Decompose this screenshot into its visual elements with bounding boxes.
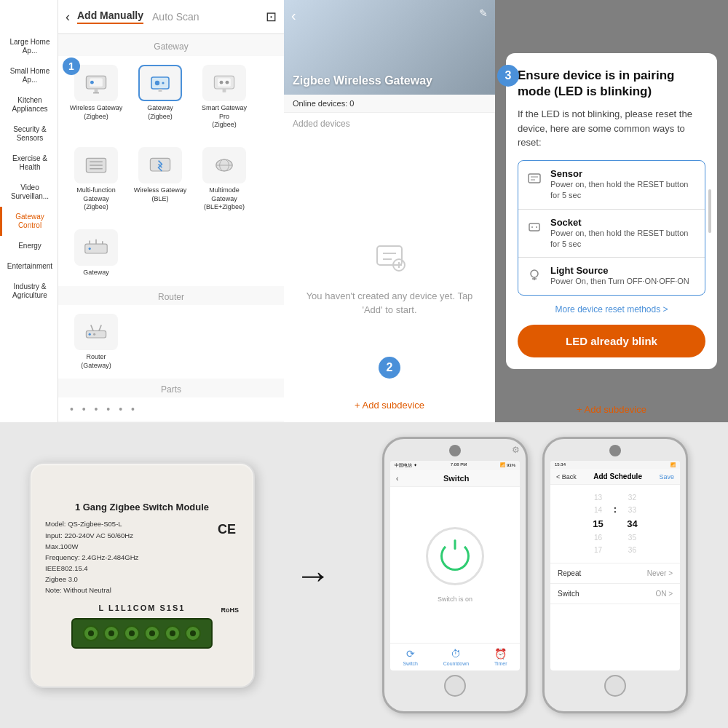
device-wireless-gateway-ble[interactable]: Wireless Gateway(BLE): [128, 141, 192, 218]
sidebar-item-energy[interactable]: Energy: [0, 236, 58, 256]
sidebar-item-entertainment[interactable]: Entertain­ment: [0, 256, 58, 277]
time-min-36: 36: [625, 545, 639, 555]
reset-item-socket: Socket Power on, then hold the RESET but…: [518, 210, 705, 258]
phones-section: 中国电信 ✦ 7:08 PM 📶 93% ‹ Switch ⚙ Switch i…: [342, 422, 728, 728]
svg-point-26: [89, 248, 91, 250]
phone2-status-bar: 15:34 📶: [550, 461, 680, 469]
time-min-34[interactable]: 34: [624, 517, 640, 531]
device-preview-panel: ‹ ✎ Zigbee Wireless Gateway Online devic…: [284, 0, 495, 422]
time-hour-15[interactable]: 15: [590, 517, 606, 531]
gateway-device-grid-row1: 1 Wireless Gateway(Zigbee): [58, 56, 284, 138]
phone1-tab-switch[interactable]: ⟳ Switch: [403, 648, 418, 666]
device-icon-wireless-gateway: [74, 65, 118, 101]
svg-rect-4: [93, 92, 99, 94]
device-box-specs: Model: QS-Zigbee-S05-L Input: 220-240V A…: [45, 518, 239, 596]
tab-add-manually[interactable]: Add Manually: [77, 9, 143, 24]
sidebar-item-small-home[interactable]: Small Home Ap...: [0, 61, 58, 90]
svg-point-30: [89, 333, 91, 335]
schedule-save-button[interactable]: Save: [659, 473, 674, 480]
more-reset-methods-link[interactable]: More device reset methods >: [518, 304, 705, 314]
repeat-row[interactable]: Repeat Never >: [550, 563, 680, 584]
svg-rect-22: [85, 244, 107, 253]
repeat-label: Repeat: [558, 569, 581, 577]
terminal-5: [165, 625, 181, 641]
device-name-ble-gateway: Wireless Gateway(BLE): [134, 186, 187, 203]
preview-edit-button[interactable]: ✎: [479, 7, 488, 19]
add-subdevice-bottom-button[interactable]: + Add subdevice: [577, 404, 646, 415]
phone2-signal: 📶: [670, 462, 676, 467]
gateway-section-label: Gateway: [58, 34, 284, 56]
phone2-home-button[interactable]: [604, 675, 626, 697]
switch-row[interactable]: Switch ON >: [550, 584, 680, 604]
scan-icon[interactable]: ⊡: [266, 9, 277, 25]
svg-rect-32: [377, 246, 402, 265]
add-subdevice-button[interactable]: + Add subdevice: [355, 400, 424, 411]
device-name-smart-gateway-pro: Smart GatewayPro(Zigbee): [202, 104, 247, 130]
reset-socket-title: Socket: [550, 217, 697, 228]
timer-tab-icon: ⏰: [494, 648, 507, 660]
timer-tab-label: Timer: [494, 661, 507, 666]
parts-section-label: Parts: [58, 379, 284, 397]
led-already-blink-button[interactable]: LED already blink: [518, 325, 705, 357]
svg-rect-8: [159, 89, 162, 92]
device-multimode-gateway[interactable]: MultimodeGateway(BLE+Zigbee): [192, 141, 256, 218]
terminal-2: [103, 625, 119, 641]
svg-point-12: [226, 81, 229, 84]
phone1-tab-countdown[interactable]: ⏱ Countdown: [443, 648, 469, 666]
phone1-tab-timer[interactable]: ⏰ Timer: [494, 648, 507, 666]
phone1-battery: 📶 93%: [500, 462, 515, 469]
power-button[interactable]: [426, 527, 484, 585]
device-gateway-zigbee[interactable]: Gateway(Zigbee): [128, 59, 192, 135]
time-hours-column: 13 14 15 16 17: [590, 492, 606, 555]
device-gateway-simple[interactable]: Gateway: [64, 223, 128, 283]
device-name-multimode: MultimodeGateway(BLE+Zigbee): [204, 186, 245, 212]
device-smart-gateway-pro[interactable]: Smart GatewayPro(Zigbee): [192, 59, 256, 135]
category-sidebar: Large Home Ap... Small Home Ap... Kitche…: [0, 0, 58, 422]
device-multifunction-gateway[interactable]: Multi-functionGateway(Zigbee): [64, 141, 128, 218]
step-badge-2: 2: [379, 357, 400, 379]
switch-status: Switch is on: [438, 596, 472, 603]
terminal-row: [71, 618, 213, 649]
empty-state: You haven't created any device yet. Tap …: [284, 132, 495, 422]
phone-screen-2: 15:34 📶 < Back Add Schedule Save 13 14 1…: [550, 461, 680, 670]
preview-back-button[interactable]: ‹: [291, 7, 296, 24]
device-router-gateway[interactable]: Router(Gateway): [64, 308, 128, 376]
time-min-32: 32: [625, 492, 639, 503]
device-wireless-gateway-zigbee[interactable]: 1 Wireless Gateway(Zigbee): [64, 59, 128, 135]
device-note: Note: Without Neutral: [45, 585, 239, 596]
time-picker: 13 14 15 16 17 : 32 33 34 35 36: [550, 485, 680, 563]
countdown-tab-icon: ⏱: [451, 648, 461, 660]
switch-label: Switch: [558, 590, 579, 598]
phone1-home-button[interactable]: [444, 675, 466, 697]
arrow-section: →: [284, 422, 342, 728]
svg-line-29: [99, 325, 101, 331]
sidebar-item-industry[interactable]: Industry & Agriculture: [0, 277, 58, 306]
device-icon-smart-gateway-pro: [202, 65, 246, 101]
sidebar-item-large-home[interactable]: Large Home Ap...: [0, 32, 58, 61]
terminal-4: [144, 625, 160, 641]
schedule-back-button[interactable]: < Back: [556, 473, 577, 480]
device-icon-multimode: [202, 147, 246, 183]
router-section-label: Router: [58, 286, 284, 305]
sidebar-item-exercise[interactable]: Exercise & Health: [0, 149, 58, 178]
pairing-modal-description: If the LED is not blinking, please reset…: [518, 107, 705, 150]
back-button[interactable]: ‹: [66, 9, 70, 25]
parts-dots: • • • • • •: [58, 397, 284, 421]
time-hour-13: 13: [591, 492, 605, 503]
light-source-icon: [526, 266, 543, 284]
sidebar-item-gateway[interactable]: Gateway Control: [0, 207, 58, 236]
sidebar-item-security[interactable]: Security & Sensors: [0, 119, 58, 149]
added-devices-label: Added devices: [284, 113, 495, 132]
tab-auto-scan[interactable]: Auto Scan: [152, 11, 199, 23]
svg-rect-38: [529, 174, 540, 183]
sidebar-item-kitchen[interactable]: Kitchen Appliances: [0, 90, 58, 119]
scroll-indicator: [708, 189, 711, 233]
phone1-time: 7:08 PM: [451, 462, 467, 469]
time-min-35: 35: [625, 532, 639, 543]
socket-icon: [526, 218, 543, 236]
sidebar-item-video[interactable]: Video Surveillan...: [0, 178, 58, 207]
terminal-3: [124, 625, 140, 641]
device-photo-section: 1 Gang Zigbee Switch Module Model: QS-Zi…: [0, 422, 284, 728]
arrow-right-icon: →: [295, 554, 331, 596]
phone2-time: 15:34: [555, 462, 566, 467]
